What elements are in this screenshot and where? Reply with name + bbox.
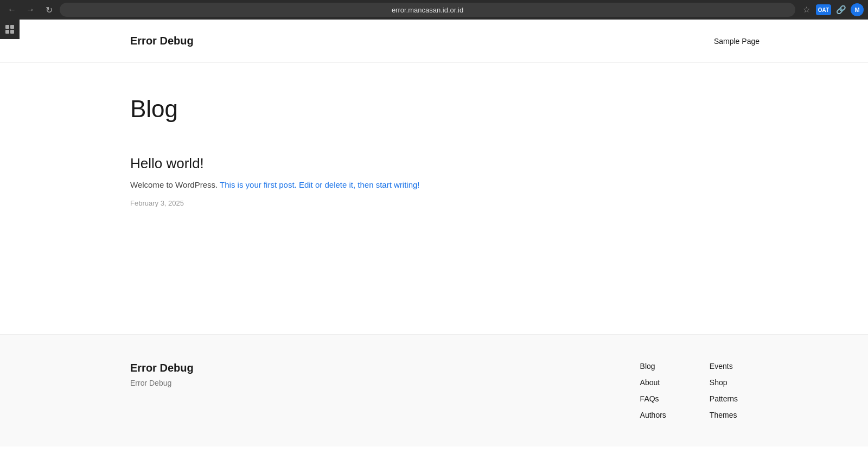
grid-dot xyxy=(5,30,9,34)
post-excerpt: Welcome to WordPress. This is your first… xyxy=(130,178,510,191)
site-title-link[interactable]: Error Debug xyxy=(130,35,194,47)
post-title: Hello world! xyxy=(130,155,510,172)
footer-nav-authors[interactable]: Authors xyxy=(640,411,666,419)
top-toolbar[interactable] xyxy=(0,20,20,39)
grid-dot xyxy=(5,25,9,29)
footer-nav-shop[interactable]: Shop xyxy=(710,378,738,387)
grid-dot xyxy=(10,30,14,34)
post-date: February 3, 2025 xyxy=(130,199,184,207)
post-excerpt-plain: Welcome to WordPress. xyxy=(130,180,220,189)
address-bar[interactable] xyxy=(60,3,795,17)
footer-nav-patterns[interactable]: Patterns xyxy=(710,394,738,403)
page-wrapper: Error Debug Sample Page Blog Hello world… xyxy=(0,20,868,446)
site-footer: Error Debug Error Debug Blog About FAQs … xyxy=(0,334,868,446)
browser-actions: ☆ OAT 🔗 M xyxy=(799,2,864,17)
footer-nav-blog[interactable]: Blog xyxy=(640,362,666,371)
page-title: Blog xyxy=(130,95,738,123)
footer-nav-col-1: Blog About FAQs Authors xyxy=(640,362,666,419)
browser-chrome: ← → ↻ ☆ OAT 🔗 M xyxy=(0,0,868,20)
footer-site-title: Error Debug xyxy=(130,362,597,374)
footer-nav-columns: Blog About FAQs Authors Events Shop Patt… xyxy=(640,362,738,419)
back-button[interactable]: ← xyxy=(4,2,20,17)
reload-button[interactable]: ↻ xyxy=(41,2,56,17)
footer-nav-faqs[interactable]: FAQs xyxy=(640,394,666,403)
link-button[interactable]: 🔗 xyxy=(833,2,848,17)
post-list: Hello world! Welcome to WordPress. This … xyxy=(130,155,510,208)
site-header: Error Debug Sample Page xyxy=(0,20,868,63)
site-main: Blog Hello world! Welcome to WordPress. … xyxy=(0,63,868,334)
post-item: Hello world! Welcome to WordPress. This … xyxy=(130,155,510,208)
footer-nav-themes[interactable]: Themes xyxy=(710,411,738,419)
post-excerpt-link[interactable]: This is your first post. Edit or delete … xyxy=(220,180,419,189)
site-nav: Sample Page xyxy=(701,36,760,46)
footer-site-tagline: Error Debug xyxy=(130,379,597,387)
avatar[interactable]: M xyxy=(851,3,864,16)
footer-nav-about[interactable]: About xyxy=(640,378,666,387)
grid-icon xyxy=(5,25,14,34)
nav-sample-page[interactable]: Sample Page xyxy=(714,37,760,46)
footer-brand: Error Debug Error Debug xyxy=(130,362,597,419)
footer-nav-events[interactable]: Events xyxy=(710,362,738,371)
footer-nav-col-2: Events Shop Patterns Themes xyxy=(710,362,738,419)
grid-dot xyxy=(10,25,14,29)
bookmark-button[interactable]: ☆ xyxy=(799,2,814,17)
post-title-link[interactable]: Hello world! xyxy=(130,155,204,171)
oat-extension-button[interactable]: OAT xyxy=(816,4,831,15)
forward-button[interactable]: → xyxy=(23,2,38,17)
